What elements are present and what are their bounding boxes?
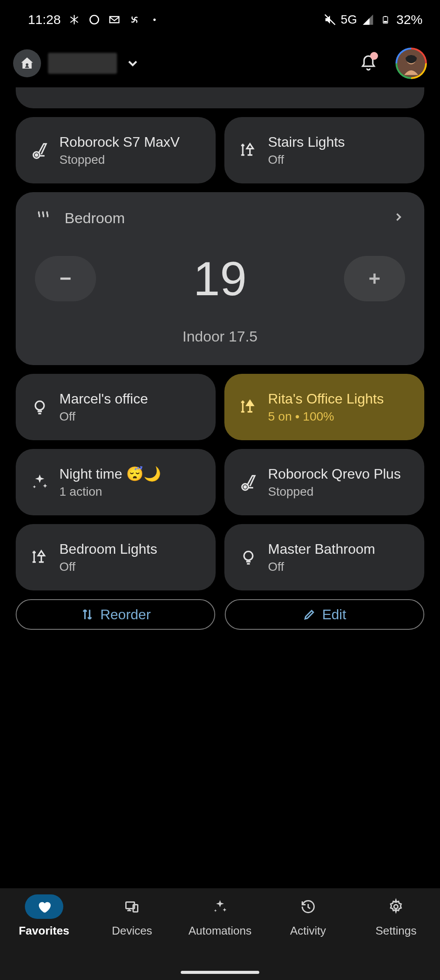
svg-rect-3 <box>385 16 387 17</box>
status-bar: 11:28 • 5G 32% <box>0 0 440 39</box>
svg-point-5 <box>26 63 28 66</box>
lamp-group-icon <box>238 397 258 417</box>
mute-icon <box>323 13 337 26</box>
device-title: Roborock S7 MaxV <box>59 134 180 150</box>
device-card-ritas-office-lights[interactable]: Rita's Office Lights 5 on • 100% <box>224 374 424 440</box>
svg-rect-4 <box>384 21 387 23</box>
status-time: 11:28 <box>28 12 61 27</box>
automation-title: Night time 😴🌙 <box>59 466 161 482</box>
app-header <box>0 39 440 87</box>
thermostat-setpoint: 19 <box>193 251 247 306</box>
vacuum-icon <box>238 473 258 492</box>
heat-icon <box>35 209 52 227</box>
nav-label: Automations <box>189 924 252 938</box>
home-name-redacted[interactable] <box>48 53 117 74</box>
thermostat-indoor: Indoor 17.5 <box>35 328 405 345</box>
device-title: Bedroom Lights <box>59 541 157 557</box>
device-status: 5 on • 100% <box>268 410 384 424</box>
heart-icon <box>25 894 63 919</box>
svg-point-19 <box>394 905 398 909</box>
snowflake-icon <box>68 13 81 26</box>
lamp-group-icon <box>30 548 50 567</box>
pinwheel-icon <box>128 13 141 26</box>
thermostat-room: Bedroom <box>65 210 379 227</box>
nav-label: Settings <box>375 924 416 938</box>
device-card-bedroom-lights[interactable]: Bedroom Lights Off <box>16 524 216 590</box>
device-title: Roborock Qrevo Plus <box>268 466 401 482</box>
device-status: Off <box>59 410 148 424</box>
signal-icon <box>361 13 375 26</box>
bottom-nav: Favorites Devices Automations Activity S… <box>0 888 440 980</box>
device-title: Rita's Office Lights <box>268 390 384 407</box>
device-card-roborock-s7[interactable]: Roborock S7 MaxV Stopped <box>16 117 216 183</box>
svg-point-13 <box>244 486 246 488</box>
notification-dot-icon <box>370 52 378 60</box>
device-card-marcels-office[interactable]: Marcel's office Off <box>16 374 216 440</box>
reorder-button[interactable]: Reorder <box>16 599 215 630</box>
circle-icon <box>88 13 101 26</box>
battery-icon <box>379 13 392 26</box>
bulb-icon <box>238 549 258 566</box>
edit-button[interactable]: Edit <box>225 599 424 630</box>
nav-devices[interactable]: Devices <box>88 894 176 980</box>
device-card-stairs-lights[interactable]: Stairs Lights Off <box>224 117 424 183</box>
temperature-up-button[interactable] <box>344 256 405 301</box>
history-icon <box>289 894 327 919</box>
automation-sub: 1 action <box>59 485 161 499</box>
notifications-button[interactable] <box>357 52 380 75</box>
device-status: Stopped <box>59 153 180 167</box>
gesture-bar <box>181 971 259 974</box>
svg-point-7 <box>35 154 38 156</box>
bulb-icon <box>30 398 50 416</box>
device-status: Off <box>268 153 345 167</box>
devices-icon <box>113 894 151 919</box>
nav-favorites[interactable]: Favorites <box>0 894 88 980</box>
home-icon[interactable] <box>13 49 41 77</box>
edit-label: Edit <box>322 607 346 623</box>
dot-icon: • <box>148 13 161 26</box>
lamp-group-icon <box>238 141 258 160</box>
nav-label: Activity <box>290 924 326 938</box>
reorder-label: Reorder <box>100 607 151 623</box>
device-card-roborock-qrevo[interactable]: Roborock Qrevo Plus Stopped <box>224 449 424 515</box>
partial-card-top[interactable] <box>16 87 424 108</box>
thermostat-card-bedroom[interactable]: Bedroom 19 Indoor 17.5 <box>16 192 424 365</box>
device-title: Stairs Lights <box>268 134 345 150</box>
device-status: Off <box>268 560 375 574</box>
sparkles-icon <box>30 473 50 491</box>
status-network: 5G <box>341 13 357 27</box>
device-card-master-bathroom[interactable]: Master Bathroom Off <box>224 524 424 590</box>
device-status: Off <box>59 560 157 574</box>
svg-point-11 <box>35 401 44 410</box>
vacuum-icon <box>30 141 50 160</box>
nav-automations[interactable]: Automations <box>176 894 264 980</box>
svg-point-0 <box>90 15 99 24</box>
temperature-down-button[interactable] <box>35 256 96 301</box>
chevron-down-icon[interactable] <box>124 55 141 72</box>
device-title: Master Bathroom <box>268 541 375 557</box>
chevron-right-icon[interactable] <box>392 210 405 225</box>
device-title: Marcel's office <box>59 390 148 407</box>
svg-point-14 <box>244 552 253 560</box>
status-battery: 32% <box>396 12 423 27</box>
nav-settings[interactable]: Settings <box>352 894 440 980</box>
automation-card-night-time[interactable]: Night time 😴🌙 1 action <box>16 449 216 515</box>
nav-label: Devices <box>112 924 152 938</box>
device-status: Stopped <box>268 485 401 499</box>
main-content: Roborock S7 MaxV Stopped Stairs Lights O… <box>0 87 440 630</box>
nav-label: Favorites <box>19 924 69 938</box>
nav-activity[interactable]: Activity <box>264 894 352 980</box>
gear-icon <box>377 894 415 919</box>
sparkles-icon <box>201 894 239 919</box>
gmail-icon <box>108 13 121 26</box>
profile-avatar[interactable] <box>395 48 427 79</box>
